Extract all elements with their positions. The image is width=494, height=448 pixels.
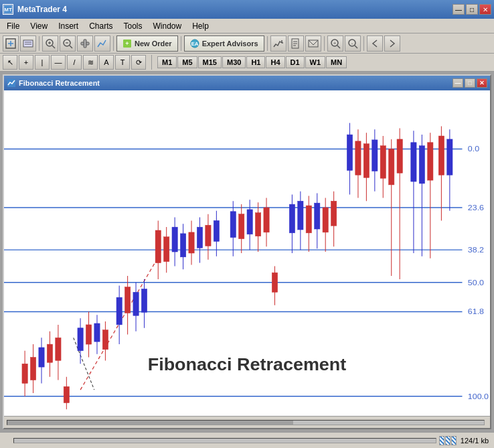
indicators-button[interactable] [94,35,110,52]
tf-h4[interactable]: H4 [266,56,284,68]
svg-rect-103 [264,208,269,232]
chart-area[interactable]: 0.0 23.6 38.2 50.0 61.8 100.0 [4,90,490,416]
tf-m1[interactable]: M1 [157,56,177,68]
main-toolbar: + New Order EA Expert Advisors + - [0,33,494,54]
title-controls: — □ ✕ [452,4,491,15]
arrow-tool[interactable]: ↖ [3,55,17,70]
window-title: MetaTrader 4 [17,5,67,14]
menu-help[interactable]: Help [187,20,214,32]
inner-window-title: Fibonacci Retracement [19,79,100,87]
scroll-left-button[interactable] [367,35,383,52]
inner-minimize-button[interactable]: — [452,78,463,88]
svg-rect-111 [306,206,311,233]
menu-tools[interactable]: Tools [118,20,148,32]
tf-m15[interactable]: M15 [198,56,222,68]
menu-bar: File View Insert Charts Tools Window Hel… [0,19,494,33]
zoom-chart-in[interactable]: + [327,35,343,52]
tf-m30[interactable]: M30 [222,56,246,68]
svg-rect-117 [331,201,336,226]
svg-rect-67 [94,323,100,342]
svg-rect-61 [64,386,69,402]
svg-text:Fibonacci Retracement: Fibonacci Retracement [148,355,347,374]
svg-rect-75 [133,292,139,315]
svg-rect-129 [389,149,394,184]
new-order-button[interactable]: + New Order [116,35,178,52]
fibonacci-tool[interactable]: ≋ [83,55,98,70]
menu-window[interactable]: Window [148,20,187,32]
svg-rect-131 [397,139,402,173]
app-window: MT MetaTrader 4 — □ ✕ File View Insert C… [0,0,494,448]
zoom-chart-out[interactable]: - [345,35,361,52]
svg-rect-87 [189,232,194,253]
main-scrollbar[interactable] [13,438,436,443]
toolbar-separator-5 [324,36,325,51]
zoom-out-button[interactable] [60,35,76,52]
mail-button[interactable] [305,35,321,52]
secondary-toolbar: ↖ + | — / ≋ A T ⟳ M1 M5 M15 M30 H1 H4 D1… [0,54,494,72]
minimize-button[interactable]: — [452,4,465,15]
zoom-in-button[interactable] [42,35,58,52]
tf-w1[interactable]: W1 [305,56,326,68]
svg-rect-91 [205,225,211,246]
arrow-marker-tool[interactable]: ⟳ [131,55,146,70]
menu-charts[interactable]: Charts [84,20,118,32]
main-area: Fibonacci Retracement — □ ✕ [0,72,494,432]
svg-line-9 [52,46,55,48]
svg-rect-127 [380,146,386,179]
svg-text:+: + [333,40,336,46]
history-button[interactable] [270,35,286,52]
tf-d1[interactable]: D1 [286,56,305,68]
svg-line-13 [70,46,72,48]
inner-maximize-button[interactable]: □ [465,78,475,88]
toolbar-separator-4 [267,36,268,51]
scroll-right-button[interactable] [384,35,400,52]
svg-rect-121 [355,141,361,175]
svg-rect-123 [363,144,369,178]
toolbar-separator-1 [39,36,39,51]
account-history-button[interactable] [288,35,304,52]
svg-rect-89 [197,227,202,248]
tf-h1[interactable]: H1 [246,56,265,68]
svg-rect-139 [438,136,444,175]
tf-mn[interactable]: MN [326,56,347,68]
svg-rect-83 [172,227,177,252]
close-button[interactable]: ✕ [479,4,491,15]
svg-rect-113 [315,203,320,229]
new-order-label: New Order [135,40,172,48]
tf-m5[interactable]: M5 [177,56,197,68]
maximize-button[interactable]: □ [466,4,478,15]
crosshair-tool[interactable]: + [19,55,33,70]
svg-rect-133 [411,143,416,181]
svg-text:-: - [351,40,353,46]
label-tool[interactable]: T [115,55,130,70]
new-chart-button[interactable] [3,35,19,52]
expert-advisors-button[interactable]: EA Expert Advisors [184,35,264,52]
menu-file[interactable]: File [1,20,25,32]
text-tool[interactable]: A [99,55,114,70]
vertical-line-tool[interactable]: | [35,55,50,70]
svg-rect-125 [372,140,378,171]
horizontal-scrollbar[interactable] [7,420,485,425]
svg-text:100.0: 100.0 [468,392,489,401]
title-bar: MT MetaTrader 4 — □ ✕ [0,0,494,19]
menu-insert[interactable]: Insert [53,20,84,32]
horizontal-line-tool[interactable]: — [51,55,66,70]
inner-close-button[interactable]: ✕ [477,78,487,88]
inner-status-bar [4,416,490,428]
toolbar-separator-3 [181,36,181,51]
title-bar-left: MT MetaTrader 4 [3,4,67,15]
svg-rect-55 [39,348,44,367]
properties-button[interactable] [77,35,93,52]
status-right: 124/1 kb [439,436,489,445]
svg-text:23.6: 23.6 [468,203,485,212]
expert-label: Expert Advisors [202,40,258,48]
svg-rect-141 [447,139,452,175]
trendline-tool[interactable]: / [67,55,82,70]
svg-rect-85 [180,234,185,257]
templates-dropdown[interactable] [20,35,36,52]
svg-rect-97 [239,214,244,239]
svg-rect-73 [125,287,130,313]
svg-rect-115 [323,208,328,232]
menu-view[interactable]: View [25,20,53,32]
svg-rect-77 [141,289,147,312]
